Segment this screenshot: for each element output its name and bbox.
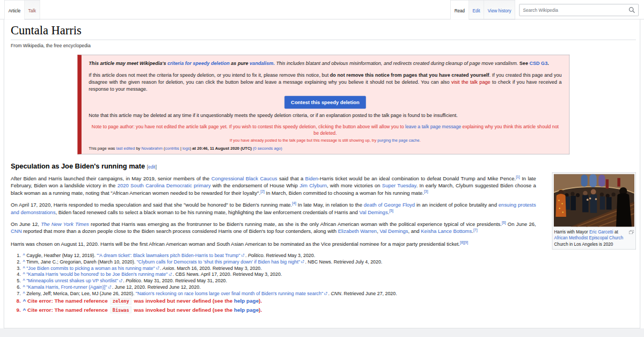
footnote-ref[interactable]: [2]	[260, 189, 265, 194]
reference-item: 7.^ Zeleny, Jeff; Merica, Dan; Lee, MJ (…	[13, 290, 636, 297]
text: Note that this article may be deleted at…	[89, 113, 457, 118]
notice-paragraph: If this article does not meet the criter…	[89, 71, 561, 92]
text: This article may meet Wikipedia's	[89, 61, 167, 66]
reference-item: 3.^ "Joe Biden commits to picking a woma…	[13, 265, 636, 272]
link[interactable]: Val Demings	[379, 229, 408, 235]
link[interactable]: visit the talk page	[451, 79, 491, 85]
link[interactable]: 2020 South Carolina Democratic primary	[118, 182, 211, 188]
link[interactable]: criteria for speedy deletion	[167, 61, 230, 66]
reference-number: 6.	[13, 284, 21, 290]
text: See	[519, 61, 530, 66]
link[interactable]: Eric Garcetti	[589, 229, 613, 234]
tab-talk[interactable]: Talk	[25, 0, 40, 19]
tab-read[interactable]: Read	[450, 0, 469, 19]
footnote-ref[interactable]: [5]	[389, 209, 393, 213]
reference-number: 1.	[13, 252, 21, 259]
text: On June 12,	[11, 221, 41, 227]
footnote-ref[interactable]: [6]	[502, 221, 506, 225]
text: . June 12, 2020. Retrieved June 12, 2020…	[112, 284, 201, 290]
link[interactable]: Congressional Black Caucus	[211, 175, 277, 181]
church-photo[interactable]	[554, 174, 634, 226]
link[interactable]: Val Demings	[360, 209, 388, 215]
link[interactable]: vandalism.	[250, 61, 275, 66]
footnote-ref[interactable]: [4]	[292, 201, 296, 206]
text: in an incident of police brutality and	[415, 202, 499, 208]
search-input[interactable]	[519, 4, 639, 17]
text: CNN	[331, 291, 341, 296]
text: Politico	[126, 278, 141, 283]
footnote-ref[interactable]: [1]	[516, 175, 520, 179]
edit-section-link[interactable]: edit	[148, 165, 156, 170]
link[interactable]: "Joe Biden commits to picking a woman as…	[26, 265, 155, 270]
text: reported that more than a dozen people c…	[22, 229, 338, 235]
reference-number: 2.	[13, 259, 21, 265]
reference-number: 3.	[13, 265, 21, 272]
link[interactable]: help page	[234, 298, 259, 304]
link[interactable]: (0 seconds ago)	[253, 146, 282, 151]
link[interactable]: Biden	[305, 175, 318, 181]
text: Harris was chosen on August 11, 2020. Ha…	[11, 240, 460, 246]
text: Politico	[248, 253, 264, 258]
link[interactable]: last edited	[116, 146, 135, 151]
link[interactable]: help page	[234, 307, 259, 313]
reference-item: 5.^ "Minneapolis unrest shakes up VP sho…	[13, 277, 636, 284]
link[interactable]: The New York Times	[41, 221, 89, 227]
link[interactable]: Super Tuesday	[382, 182, 416, 188]
text: ).	[259, 298, 262, 304]
page-title: Cuntala Harris	[11, 19, 636, 40]
tab-view-history[interactable]: View history	[484, 0, 515, 19]
external-link-icon	[324, 290, 327, 297]
link[interactable]: "Minneapolis unrest shakes up VP shortli…	[26, 278, 118, 283]
text: . Retrieved June 27, 2020.	[341, 291, 397, 296]
link[interactable]: Novabrahm	[142, 146, 163, 151]
footnote-ref[interactable]: [9]	[464, 240, 469, 244]
link[interactable]: purging the page cache	[377, 138, 419, 143]
text: at	[613, 229, 618, 234]
text: ).	[259, 307, 262, 313]
last-edited-line: This page was last edited by Novabrahm (…	[89, 146, 561, 152]
text: On April 17, 2020, Harris responded to m…	[11, 202, 292, 208]
text: This page was	[89, 146, 116, 151]
paragraph: After Biden and Harris launched their ca…	[11, 175, 636, 196]
enlarge-icon[interactable]	[629, 230, 634, 236]
notice-purge-hint: If you have already posted to the talk p…	[89, 138, 561, 144]
footnote-ref[interactable]: [7]	[473, 228, 478, 232]
link[interactable]: "Kamala Harris, Front-runner (Again)]"	[26, 284, 107, 290]
text: with the endorsement of House Whip	[211, 182, 299, 188]
link[interactable]: CNN	[11, 229, 22, 235]
link[interactable]: "Clyburn calls for Democrats to 'shut th…	[137, 259, 300, 264]
text: said that a	[277, 175, 305, 181]
link[interactable]: leave a talk page message	[405, 124, 461, 129]
reference-item: 2.^ Timm, Jane C.; Gregorian, Dareh (Mar…	[13, 259, 636, 265]
article-paragraphs: After Biden and Harris launched their ca…	[11, 175, 636, 247]
link[interactable]: CSD G3	[529, 61, 547, 66]
reference-number: 7.	[13, 290, 21, 297]
link[interactable]: "Nation's reckoning on race looms large …	[136, 291, 323, 296]
footnote-ref[interactable]: [3]	[424, 189, 428, 194]
link[interactable]: contribs	[165, 146, 179, 151]
tab-edit[interactable]: Edit	[469, 0, 484, 19]
link[interactable]: logs	[182, 146, 190, 151]
text: was invoked but never defined (see the	[133, 298, 234, 304]
link[interactable]: "Kamala Harris 'would be honored' to be …	[26, 272, 167, 277]
reference-number: 5.	[13, 277, 21, 284]
wikipedia-page: ArticleTalk ReadEditView history Cuntala…	[0, 0, 644, 337]
text: . NBC News. Retrieved July 4, 2020.	[305, 259, 382, 264]
text: at 20:46, 11 August 2020 (UTC)	[191, 146, 253, 151]
text: by	[135, 146, 141, 151]
contest-deletion-button[interactable]: Contest this speedy deletion	[284, 96, 365, 109]
link[interactable]: "'A dream ticket': Black lawmakers pitch…	[97, 253, 240, 258]
link[interactable]: African Methodist Episcopal Church	[554, 236, 624, 240]
link[interactable]: Jim Clyburn	[299, 182, 327, 188]
link[interactable]: Elizabeth Warren	[338, 229, 377, 235]
text: In March, Biden committed to choosing a …	[265, 190, 424, 196]
text: . March 16, 2020. Retrieved May 3, 2020.	[174, 265, 262, 270]
link[interactable]: Keisha Lance Bottoms	[421, 229, 472, 235]
view-tabs: ReadEditView history	[450, 0, 515, 19]
search-icon[interactable]	[628, 7, 635, 14]
external-link-icon	[241, 252, 245, 259]
tab-article[interactable]: Article	[4, 0, 25, 19]
text: Cite error: The named reference	[26, 307, 109, 313]
text: , and	[408, 229, 421, 235]
link[interactable]: death of George Floyd	[364, 202, 415, 208]
